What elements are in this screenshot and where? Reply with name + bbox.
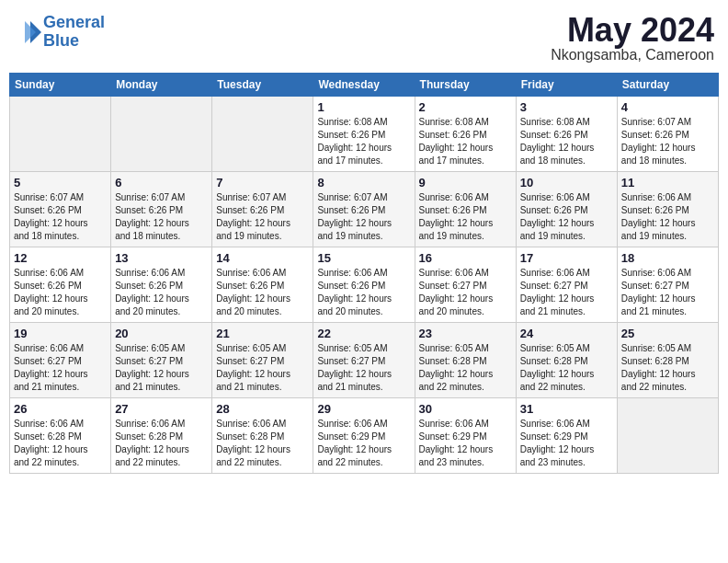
calendar-cell: 18Sunrise: 6:06 AM Sunset: 6:27 PM Dayli… bbox=[617, 247, 718, 323]
day-number: 15 bbox=[317, 251, 410, 265]
calendar-cell: 11Sunrise: 6:06 AM Sunset: 6:26 PM Dayli… bbox=[617, 172, 718, 247]
day-number: 24 bbox=[520, 327, 613, 340]
day-number: 5 bbox=[14, 176, 107, 190]
week-row-5: 26Sunrise: 6:06 AM Sunset: 6:28 PM Dayli… bbox=[10, 398, 719, 474]
week-row-2: 5Sunrise: 6:07 AM Sunset: 6:26 PM Daylig… bbox=[10, 172, 719, 247]
logo-line2: Blue bbox=[43, 31, 79, 50]
day-number: 25 bbox=[621, 327, 714, 340]
page-header: General Blue May 2024 Nkongsamba, Camero… bbox=[9, 9, 719, 63]
day-info: Sunrise: 6:07 AM Sunset: 6:26 PM Dayligh… bbox=[14, 191, 107, 243]
calendar-cell: 4Sunrise: 6:07 AM Sunset: 6:26 PM Daylig… bbox=[617, 97, 718, 172]
day-number: 2 bbox=[419, 100, 512, 114]
calendar-cell: 5Sunrise: 6:07 AM Sunset: 6:26 PM Daylig… bbox=[10, 172, 111, 247]
day-number: 22 bbox=[317, 327, 410, 340]
day-number: 20 bbox=[115, 327, 208, 340]
day-info: Sunrise: 6:05 AM Sunset: 6:27 PM Dayligh… bbox=[216, 342, 309, 394]
day-info: Sunrise: 6:06 AM Sunset: 6:29 PM Dayligh… bbox=[419, 418, 512, 469]
calendar-cell: 15Sunrise: 6:06 AM Sunset: 6:26 PM Dayli… bbox=[313, 247, 415, 323]
calendar-cell: 17Sunrise: 6:06 AM Sunset: 6:27 PM Dayli… bbox=[516, 247, 617, 323]
calendar-cell: 30Sunrise: 6:06 AM Sunset: 6:29 PM Dayli… bbox=[415, 398, 516, 474]
day-number: 28 bbox=[216, 402, 309, 416]
day-number: 4 bbox=[621, 100, 714, 114]
calendar-cell: 3Sunrise: 6:08 AM Sunset: 6:26 PM Daylig… bbox=[516, 97, 617, 172]
calendar-cell: 16Sunrise: 6:06 AM Sunset: 6:27 PM Dayli… bbox=[415, 247, 516, 323]
calendar-cell: 8Sunrise: 6:07 AM Sunset: 6:26 PM Daylig… bbox=[313, 172, 415, 247]
day-number: 7 bbox=[216, 176, 309, 190]
logo-icon bbox=[14, 18, 41, 46]
calendar-cell: 27Sunrise: 6:06 AM Sunset: 6:28 PM Dayli… bbox=[111, 398, 212, 474]
calendar-cell bbox=[617, 398, 718, 474]
day-info: Sunrise: 6:06 AM Sunset: 6:28 PM Dayligh… bbox=[216, 418, 309, 469]
calendar-cell bbox=[212, 97, 313, 172]
week-row-4: 19Sunrise: 6:06 AM Sunset: 6:27 PM Dayli… bbox=[10, 323, 719, 398]
weekday-sunday: Sunday bbox=[10, 74, 111, 97]
calendar-cell: 31Sunrise: 6:06 AM Sunset: 6:29 PM Dayli… bbox=[516, 398, 617, 474]
calendar-cell: 2Sunrise: 6:08 AM Sunset: 6:26 PM Daylig… bbox=[415, 97, 516, 172]
day-info: Sunrise: 6:06 AM Sunset: 6:29 PM Dayligh… bbox=[520, 418, 613, 469]
day-info: Sunrise: 6:06 AM Sunset: 6:28 PM Dayligh… bbox=[14, 418, 107, 469]
day-number: 19 bbox=[14, 327, 107, 340]
calendar-cell: 23Sunrise: 6:05 AM Sunset: 6:28 PM Dayli… bbox=[415, 323, 516, 398]
calendar-cell: 1Sunrise: 6:08 AM Sunset: 6:26 PM Daylig… bbox=[313, 97, 415, 172]
calendar-cell: 7Sunrise: 6:07 AM Sunset: 6:26 PM Daylig… bbox=[212, 172, 313, 247]
day-number: 8 bbox=[317, 176, 410, 190]
day-info: Sunrise: 6:05 AM Sunset: 6:28 PM Dayligh… bbox=[621, 342, 714, 394]
weekday-thursday: Thursday bbox=[415, 74, 516, 97]
day-info: Sunrise: 6:06 AM Sunset: 6:27 PM Dayligh… bbox=[621, 267, 714, 318]
day-info: Sunrise: 6:07 AM Sunset: 6:26 PM Dayligh… bbox=[621, 116, 714, 167]
calendar-cell: 13Sunrise: 6:06 AM Sunset: 6:26 PM Dayli… bbox=[111, 247, 212, 323]
calendar-cell: 21Sunrise: 6:05 AM Sunset: 6:27 PM Dayli… bbox=[212, 323, 313, 398]
day-number: 16 bbox=[419, 251, 512, 265]
day-number: 6 bbox=[115, 176, 208, 190]
day-info: Sunrise: 6:06 AM Sunset: 6:26 PM Dayligh… bbox=[14, 267, 107, 318]
day-number: 13 bbox=[115, 251, 208, 265]
day-info: Sunrise: 6:06 AM Sunset: 6:26 PM Dayligh… bbox=[317, 267, 410, 318]
day-number: 23 bbox=[419, 327, 512, 340]
day-number: 18 bbox=[621, 251, 714, 265]
day-number: 17 bbox=[520, 251, 613, 265]
day-number: 29 bbox=[317, 402, 410, 416]
day-info: Sunrise: 6:06 AM Sunset: 6:26 PM Dayligh… bbox=[115, 267, 208, 318]
day-info: Sunrise: 6:07 AM Sunset: 6:26 PM Dayligh… bbox=[115, 191, 208, 243]
logo-line1: General bbox=[43, 13, 105, 31]
day-number: 9 bbox=[419, 176, 512, 190]
day-number: 30 bbox=[419, 402, 512, 416]
week-row-1: 1Sunrise: 6:08 AM Sunset: 6:26 PM Daylig… bbox=[10, 97, 719, 172]
day-info: Sunrise: 6:06 AM Sunset: 6:26 PM Dayligh… bbox=[419, 191, 512, 243]
calendar-cell: 24Sunrise: 6:05 AM Sunset: 6:28 PM Dayli… bbox=[516, 323, 617, 398]
calendar-cell: 26Sunrise: 6:06 AM Sunset: 6:28 PM Dayli… bbox=[10, 398, 111, 474]
week-row-3: 12Sunrise: 6:06 AM Sunset: 6:26 PM Dayli… bbox=[10, 247, 719, 323]
location: Nkongsamba, Cameroon bbox=[551, 47, 714, 63]
weekday-header-row: SundayMondayTuesdayWednesdayThursdayFrid… bbox=[10, 74, 719, 97]
title-block: May 2024 Nkongsamba, Cameroon bbox=[551, 14, 714, 63]
day-number: 10 bbox=[520, 176, 613, 190]
calendar-cell: 20Sunrise: 6:05 AM Sunset: 6:27 PM Dayli… bbox=[111, 323, 212, 398]
day-number: 26 bbox=[14, 402, 107, 416]
day-info: Sunrise: 6:07 AM Sunset: 6:26 PM Dayligh… bbox=[317, 191, 410, 243]
calendar-cell: 22Sunrise: 6:05 AM Sunset: 6:27 PM Dayli… bbox=[313, 323, 415, 398]
calendar-table: SundayMondayTuesdayWednesdayThursdayFrid… bbox=[9, 73, 719, 474]
day-info: Sunrise: 6:08 AM Sunset: 6:26 PM Dayligh… bbox=[317, 116, 410, 167]
calendar-cell bbox=[10, 97, 111, 172]
day-info: Sunrise: 6:05 AM Sunset: 6:28 PM Dayligh… bbox=[520, 342, 613, 394]
day-info: Sunrise: 6:05 AM Sunset: 6:27 PM Dayligh… bbox=[115, 342, 208, 394]
calendar-cell: 12Sunrise: 6:06 AM Sunset: 6:26 PM Dayli… bbox=[10, 247, 111, 323]
weekday-friday: Friday bbox=[516, 74, 617, 97]
calendar-cell: 6Sunrise: 6:07 AM Sunset: 6:26 PM Daylig… bbox=[111, 172, 212, 247]
calendar-cell: 29Sunrise: 6:06 AM Sunset: 6:29 PM Dayli… bbox=[313, 398, 415, 474]
day-number: 11 bbox=[621, 176, 714, 190]
month-year: May 2024 bbox=[551, 14, 714, 47]
day-info: Sunrise: 6:06 AM Sunset: 6:26 PM Dayligh… bbox=[520, 191, 613, 243]
day-info: Sunrise: 6:08 AM Sunset: 6:26 PM Dayligh… bbox=[520, 116, 613, 167]
day-info: Sunrise: 6:06 AM Sunset: 6:29 PM Dayligh… bbox=[317, 418, 410, 469]
day-info: Sunrise: 6:07 AM Sunset: 6:26 PM Dayligh… bbox=[216, 191, 309, 243]
day-number: 27 bbox=[115, 402, 208, 416]
calendar-cell: 14Sunrise: 6:06 AM Sunset: 6:26 PM Dayli… bbox=[212, 247, 313, 323]
weekday-wednesday: Wednesday bbox=[313, 74, 415, 97]
day-info: Sunrise: 6:06 AM Sunset: 6:28 PM Dayligh… bbox=[115, 418, 208, 469]
weekday-tuesday: Tuesday bbox=[212, 74, 313, 97]
calendar-cell bbox=[111, 97, 212, 172]
day-number: 21 bbox=[216, 327, 309, 340]
day-info: Sunrise: 6:06 AM Sunset: 6:27 PM Dayligh… bbox=[419, 267, 512, 318]
day-info: Sunrise: 6:08 AM Sunset: 6:26 PM Dayligh… bbox=[419, 116, 512, 167]
